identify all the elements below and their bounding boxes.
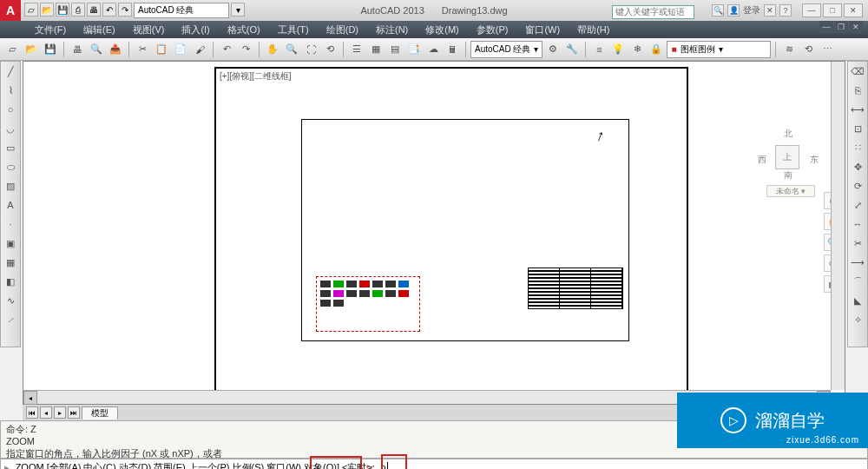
rotate-icon[interactable]: ⟳ bbox=[848, 176, 867, 195]
tb-calc-icon[interactable]: 🖩 bbox=[444, 41, 461, 58]
menu-parametric[interactable]: 参数(P) bbox=[468, 21, 517, 38]
menu-modify[interactable]: 修改(M) bbox=[417, 21, 468, 38]
tb-layerprev-icon[interactable]: ⟲ bbox=[799, 41, 817, 58]
tb-layer-icon[interactable]: ≡ bbox=[590, 41, 608, 58]
line-icon[interactable]: ╱ bbox=[1, 62, 20, 81]
scale-icon[interactable]: ⤢ bbox=[848, 195, 867, 215]
menu-draw[interactable]: 绘图(D) bbox=[318, 21, 367, 38]
viewcube-ucs[interactable]: 未命名 ▾ bbox=[766, 185, 815, 197]
arc-icon[interactable]: ◡ bbox=[1, 119, 20, 138]
spline-icon[interactable]: ∿ bbox=[1, 291, 20, 310]
tb-ws-settings-icon[interactable]: ⚙ bbox=[544, 41, 562, 58]
tb-ws-tool-icon[interactable]: 🔧 bbox=[563, 41, 581, 58]
mdi-close-button[interactable]: ✕ bbox=[849, 21, 863, 33]
tb-layer-freeze-icon[interactable]: ❄ bbox=[628, 41, 646, 58]
tb-layer-lock-icon[interactable]: 🔒 bbox=[648, 41, 665, 58]
qat-open-icon[interactable]: 📂 bbox=[40, 3, 54, 17]
tb-plot-icon[interactable]: 🖶 bbox=[69, 41, 86, 58]
tb-open-icon[interactable]: 📂 bbox=[23, 41, 40, 58]
tb-publish-icon[interactable]: 📤 bbox=[107, 41, 124, 58]
workspace-dropdown[interactable]: AutoCAD 经典▾ bbox=[470, 41, 542, 58]
menu-tools[interactable]: 工具(T) bbox=[269, 21, 318, 38]
infocenter-icon[interactable]: 🔍 bbox=[712, 4, 724, 17]
workspace-dropdown-qat[interactable] bbox=[134, 3, 229, 18]
tb-markup-icon[interactable]: ☁ bbox=[424, 41, 442, 58]
menu-insert[interactable]: 插入(I) bbox=[173, 21, 218, 38]
tb-layer-more-icon[interactable]: ⋯ bbox=[819, 41, 836, 58]
tb-layermatch-icon[interactable]: ≋ bbox=[780, 41, 798, 58]
cmd-input-value[interactable]: o bbox=[381, 462, 388, 469]
copy-icon[interactable]: ⎘ bbox=[848, 81, 867, 100]
menu-format[interactable]: 格式(O) bbox=[219, 21, 269, 38]
tb-preview-icon[interactable]: 🔍 bbox=[88, 41, 105, 58]
menu-dimension[interactable]: 标注(N) bbox=[367, 21, 417, 38]
chamfer-icon[interactable]: ◣ bbox=[848, 291, 867, 310]
signin-icon[interactable]: 👤 bbox=[727, 4, 740, 17]
qat-plot-icon[interactable]: 🖶 bbox=[87, 3, 101, 17]
qat-new-icon[interactable]: ▱ bbox=[24, 3, 38, 17]
exchange-icon[interactable]: ✕ bbox=[764, 4, 776, 17]
xline-icon[interactable]: ⟋ bbox=[1, 310, 20, 329]
fillet-icon[interactable]: ⌒ bbox=[848, 272, 867, 291]
tb-layer-states-icon[interactable]: 💡 bbox=[609, 41, 627, 58]
viewcube-west[interactable]: 西 bbox=[758, 154, 766, 166]
tb-sheetset-icon[interactable]: 📑 bbox=[405, 41, 423, 58]
help-icon[interactable]: ? bbox=[779, 4, 792, 17]
explode-icon[interactable]: ✧ bbox=[848, 310, 867, 329]
mdi-restore-button[interactable]: ❐ bbox=[834, 21, 848, 33]
menu-file[interactable]: 文件(F) bbox=[26, 21, 75, 38]
tb-properties-icon[interactable]: ☰ bbox=[348, 41, 365, 58]
circle-icon[interactable]: ○ bbox=[1, 100, 20, 119]
tb-designcenter-icon[interactable]: ▦ bbox=[367, 41, 385, 58]
mdi-minimize-button[interactable]: — bbox=[819, 21, 833, 33]
menu-window[interactable]: 窗口(W) bbox=[516, 21, 569, 38]
mirror-icon[interactable]: ⟷ bbox=[848, 100, 867, 119]
tb-save-icon[interactable]: 💾 bbox=[42, 41, 59, 58]
array-icon[interactable]: ∷ bbox=[848, 138, 867, 157]
tb-copy-icon[interactable]: 📋 bbox=[153, 41, 170, 58]
menu-view[interactable]: 视图(V) bbox=[124, 21, 174, 38]
tb-cut-icon[interactable]: ✂ bbox=[134, 41, 151, 58]
help-search-input[interactable] bbox=[612, 5, 694, 19]
region-icon[interactable]: ◧ bbox=[1, 272, 20, 291]
tb-zoomprev-icon[interactable]: ⟲ bbox=[321, 41, 339, 58]
tb-match-icon[interactable]: 🖌 bbox=[191, 41, 208, 58]
app-logo[interactable]: A bbox=[0, 0, 21, 21]
qat-saveas-icon[interactable]: ⎙ bbox=[71, 3, 85, 17]
drawing-area[interactable]: [+][俯视][二维线框] ↑ bbox=[23, 61, 845, 405]
tab-next-icon[interactable]: ▸ bbox=[54, 406, 66, 419]
tb-paste-icon[interactable]: 📄 bbox=[172, 41, 189, 58]
text-icon[interactable]: A bbox=[1, 195, 20, 215]
menu-edit[interactable]: 编辑(E) bbox=[75, 21, 124, 38]
viewcube-top[interactable]: 上 bbox=[775, 145, 799, 169]
point-icon[interactable]: · bbox=[1, 215, 20, 234]
rectangle-icon[interactable]: ▭ bbox=[1, 138, 20, 157]
view-cube[interactable]: 北 南 西 东 上 未命名 ▾ bbox=[758, 128, 819, 197]
tb-pan-icon[interactable]: ✋ bbox=[264, 41, 281, 58]
login-label[interactable]: 登录 bbox=[743, 4, 760, 17]
tb-undo-icon[interactable]: ↶ bbox=[218, 41, 235, 58]
tb-zoom-icon[interactable]: 🔍 bbox=[283, 41, 300, 58]
maximize-button[interactable]: □ bbox=[823, 3, 842, 17]
scroll-left-icon[interactable]: ◂ bbox=[23, 391, 37, 405]
layer-dropdown[interactable]: ■ 图框图例▾ bbox=[667, 41, 771, 58]
tab-last-icon[interactable]: ⏭ bbox=[68, 406, 80, 419]
extend-icon[interactable]: ⟶ bbox=[848, 253, 867, 272]
stretch-icon[interactable]: ↔ bbox=[848, 215, 867, 234]
tab-model[interactable]: 模型 bbox=[82, 406, 118, 419]
trim-icon[interactable]: ✂ bbox=[848, 234, 867, 253]
close-button[interactable]: ✕ bbox=[844, 3, 863, 17]
tb-zoomwin-icon[interactable]: ⛶ bbox=[302, 41, 319, 58]
viewcube-east[interactable]: 东 bbox=[810, 154, 819, 166]
qat-redo-icon[interactable]: ↷ bbox=[118, 3, 132, 17]
minimize-button[interactable]: — bbox=[802, 3, 821, 17]
table-icon[interactable]: ▦ bbox=[1, 253, 20, 272]
tb-new-icon[interactable]: ▱ bbox=[3, 41, 21, 58]
menu-help[interactable]: 帮助(H) bbox=[569, 21, 618, 38]
tab-prev-icon[interactable]: ◂ bbox=[40, 406, 52, 419]
offset-icon[interactable]: ⊡ bbox=[848, 119, 867, 138]
qat-save-icon[interactable]: 💾 bbox=[56, 3, 69, 17]
tb-toolpalette-icon[interactable]: ▤ bbox=[386, 41, 404, 58]
qat-undo-icon[interactable]: ↶ bbox=[102, 3, 116, 17]
block-icon[interactable]: ▣ bbox=[1, 234, 20, 253]
